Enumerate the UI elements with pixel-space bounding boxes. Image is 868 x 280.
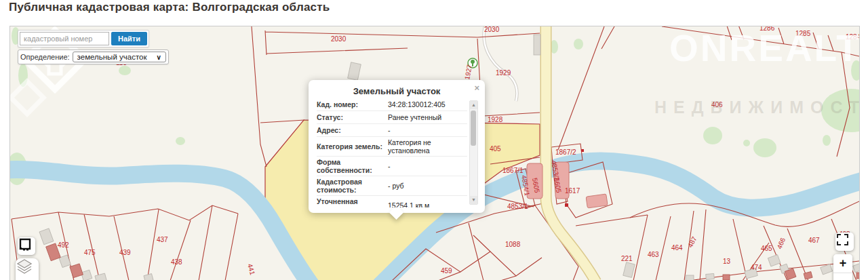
field-value: 34:28:130012:405 [388,100,446,108]
field-value: 15254.1 кв.м [388,201,429,207]
parcel-label: 1867/1 [502,167,524,174]
parcel-label: 437 [157,236,168,243]
parcel-label: 1867/2 [555,148,576,156]
parcel-label: 1617 [565,187,580,195]
field-label: Кадастровая стоимость: [317,178,388,194]
fullscreen-button[interactable] [835,233,854,251]
parcel-label: 406 [711,101,723,108]
parcel-label: 221 [621,255,633,262]
object-type-select[interactable]: земельный участок ∨ [73,52,166,62]
popup-title: Земельный участок [309,80,485,96]
popup-scrollbar[interactable]: ▲ ▼ [469,100,478,205]
scroll-down-arrow[interactable]: ▼ [470,196,477,204]
layers-icon [16,258,33,276]
filter-label: Определение: [20,53,70,61]
field-label: Форма собственности: [317,158,388,174]
parcel-label: 13 [723,258,731,265]
popup-field-row: Уточненная площадь:15254.1 кв.м [317,196,467,207]
parcel-label: 1286 [760,26,775,32]
field-value: - [388,162,391,170]
parcel-label: 1929 [496,69,511,77]
object-type-value: земельный участок [77,53,147,61]
parcel-label: 467 [808,237,820,244]
parcel-label: 438 [171,258,182,266]
field-value: - руб [388,182,404,190]
parcel-label: 1285 [795,30,811,37]
layers-button[interactable] [16,258,39,280]
search-button[interactable]: Найти [111,32,147,45]
field-value: Ранее учтенный [388,113,441,121]
parcel-label: 459 [441,267,452,275]
page-title: Публичная кадастровая карта: Волгоградск… [9,1,330,14]
fullscreen-icon [835,233,850,247]
field-value: Категория не установлена [388,138,467,155]
search-input[interactable] [20,32,109,45]
parcel-label: 465 [761,245,772,252]
zoom-in-button[interactable]: + [833,254,852,273]
field-label: Статус: [317,113,388,121]
parcel-label: 474 [751,264,762,271]
parcel-label: 1284 [846,33,859,41]
search-panel: Найти [18,30,149,47]
popup-field-row: Кад. номер:34:28:130012:405 [317,98,467,111]
parcel-label: 439 [119,249,131,256]
parcel-label: 1088 [505,241,521,248]
parcel-label: 492 [58,241,69,249]
popup-field-row: Кадастровая стоимость:- руб [317,176,467,196]
extent-select-button[interactable] [18,237,35,255]
extent-icon [18,237,33,252]
close-icon[interactable]: × [474,83,479,92]
parcel-info-popup: Земельный участок × Кад. номер:34:28:130… [309,80,485,213]
chevron-down-icon: ∨ [156,54,161,61]
zoom-out-button[interactable]: − [833,273,852,280]
field-label: Уточненная площадь: [317,197,388,207]
parcel-label: 405 [490,145,501,153]
popup-field-row: Форма собственности:- [317,157,467,176]
popup-field-row: Статус:Ранее учтенный [317,111,467,124]
parcel-label: 4853/1 [507,203,528,210]
popup-field-row: Адрес:- [317,124,467,137]
field-value: - [388,126,391,134]
field-label: Категория земель: [317,142,388,151]
parcel-label: 475 [84,249,96,256]
scroll-thumb[interactable] [471,111,476,146]
parcel-label: 2030 [331,35,347,43]
parcel-label: 2030 [484,26,500,33]
popup-fields: Кад. номер:34:28:130012:405Статус:Ранее … [317,98,467,207]
popup-field-row: Категория земель:Категория не установлен… [317,137,467,157]
parcel-label: 464 [671,244,683,252]
parcel-label: 1928 [488,116,503,123]
field-label: Адрес: [317,126,388,134]
field-label: Кад. номер: [317,100,388,108]
parcel-label: 463 [648,251,659,258]
filter-box: Определение: земельный участок ∨ [18,49,169,64]
zoom-controls: + − [833,254,852,280]
scroll-up-arrow[interactable]: ▲ [470,101,477,109]
